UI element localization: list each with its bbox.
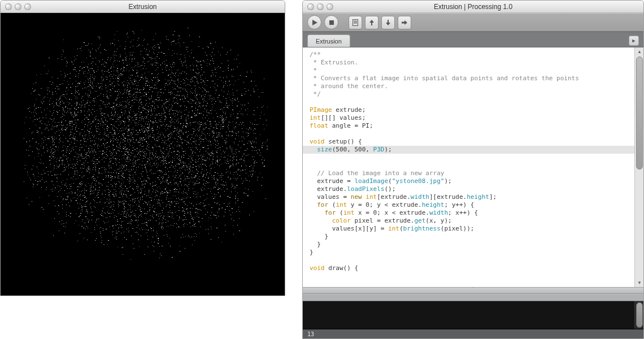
editor-scrollbar[interactable]: ▲ ▼ (634, 47, 643, 287)
play-icon (311, 19, 318, 26)
sketch-tab[interactable]: Extrusion (307, 34, 350, 47)
console-scrollbar[interactable] (634, 301, 643, 329)
new-button[interactable] (349, 16, 362, 29)
sketch-window-title: Extrusion (1, 1, 285, 12)
run-button[interactable] (307, 15, 321, 29)
message-bar (303, 294, 643, 301)
scroll-thumb[interactable] (636, 56, 643, 169)
ide-window-title: Extrusion | Processing 1.0 (303, 1, 643, 12)
zoom-icon[interactable] (24, 3, 31, 10)
close-icon[interactable] (5, 3, 12, 10)
sketch-output-window: Extrusion (0, 0, 285, 296)
line-number-indicator: 13 (307, 331, 314, 337)
svg-marker-0 (312, 20, 317, 25)
sketch-titlebar[interactable]: Extrusion (1, 1, 285, 13)
traffic-lights (307, 3, 333, 10)
scroll-up-icon[interactable]: ▲ (635, 47, 644, 56)
minimize-icon[interactable] (317, 3, 324, 10)
ide-toolbar (303, 13, 643, 32)
add-tab-button[interactable]: ► (629, 36, 639, 46)
console-pane[interactable] (303, 301, 643, 329)
arrow-down-icon (385, 19, 391, 27)
tab-bar: Extrusion ► (303, 32, 643, 47)
ide-window: Extrusion | Processing 1.0 Extrusion ► /… (302, 0, 644, 339)
ide-titlebar[interactable]: Extrusion | Processing 1.0 (303, 1, 643, 13)
editor-area: /** * Extrusion. * * Converts a flat ima… (303, 47, 643, 287)
arrow-right-icon (401, 19, 408, 27)
svg-rect-1 (329, 20, 334, 25)
stop-icon (328, 19, 335, 26)
close-icon[interactable] (307, 3, 314, 10)
arrow-up-icon (368, 19, 375, 27)
grip-icon: ˆ (472, 286, 474, 293)
splitter-handle[interactable]: ˆ (303, 287, 643, 294)
export-button[interactable] (398, 16, 411, 29)
console-scroll-thumb[interactable] (636, 302, 643, 328)
page-icon (352, 19, 359, 27)
scroll-down-icon[interactable]: ▼ (635, 279, 644, 287)
traffic-lights (5, 3, 31, 10)
status-bar: 13 (303, 329, 643, 338)
chevron-right-icon: ► (632, 38, 637, 44)
sketch-tab-label: Extrusion (316, 38, 342, 45)
code-editor[interactable]: /** * Extrusion. * * Converts a flat ima… (303, 47, 634, 287)
sketch-canvas (1, 13, 285, 295)
minimize-icon[interactable] (15, 3, 21, 10)
svg-rect-2 (353, 19, 358, 25)
open-button[interactable] (365, 16, 378, 29)
save-button[interactable] (381, 16, 395, 29)
zoom-icon[interactable] (327, 3, 333, 10)
stop-button[interactable] (324, 15, 338, 29)
